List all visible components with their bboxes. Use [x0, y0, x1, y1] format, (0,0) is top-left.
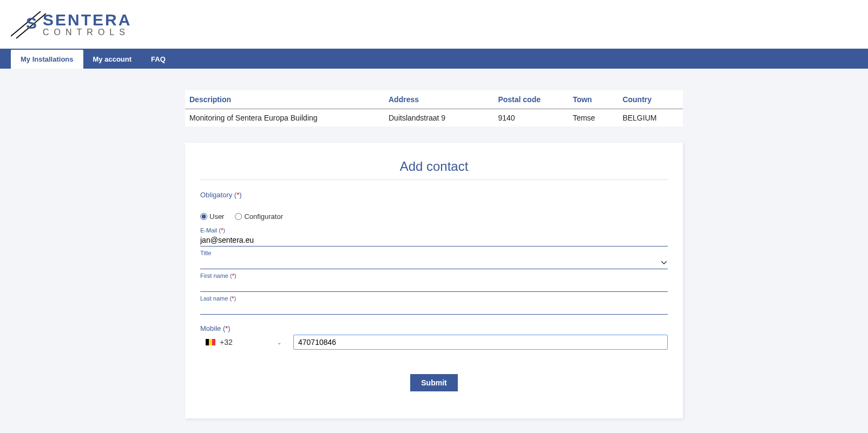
card-title: Add contact — [200, 159, 668, 180]
col-country: Country — [618, 90, 683, 109]
first-name-input[interactable] — [200, 279, 668, 292]
submit-button[interactable]: Submit — [410, 374, 457, 391]
last-name-field: Last name (*) — [200, 295, 668, 315]
chevron-down-icon: ⌄ — [277, 339, 281, 345]
belgium-flag-icon — [206, 339, 215, 345]
last-name-input[interactable] — [200, 302, 668, 315]
mobile-number-input[interactable] — [293, 335, 668, 350]
obligatory-suffix: ) — [239, 191, 241, 199]
main-navbar: My Installations My account FAQ — [0, 49, 868, 69]
mobile-row: +32 ⌄ — [200, 335, 668, 350]
radio-configurator-label: Configurator — [244, 212, 283, 221]
mobile-label: Mobile (*) — [200, 324, 668, 332]
obligatory-note: Obligatory (*) — [200, 191, 668, 199]
col-address: Address — [384, 90, 494, 109]
first-name-label: First name (*) — [200, 272, 668, 279]
radio-user-label: User — [209, 212, 224, 221]
brand-logo: S SENTERA CONTROLS — [11, 8, 131, 41]
radio-user-input[interactable] — [200, 213, 207, 220]
title-select[interactable] — [200, 257, 668, 269]
add-contact-card: Add contact Obligatory (*) User Configur… — [185, 143, 683, 418]
radio-configurator-input[interactable] — [235, 213, 242, 220]
nav-tab-my-installations[interactable]: My Installations — [11, 50, 83, 69]
installation-table: Description Address Postal code Town Cou… — [185, 90, 683, 126]
brand-logo-mark: S — [11, 8, 46, 41]
radio-configurator[interactable]: Configurator — [235, 212, 283, 221]
cell-town: Temse — [568, 109, 618, 127]
cell-address: Duitslandstraat 9 — [384, 109, 494, 127]
email-field: E-Mail (*) — [200, 227, 668, 247]
email-label: E-Mail (*) — [200, 227, 668, 234]
cell-description: Monitoring of Sentera Europa Building — [185, 109, 384, 127]
col-description: Description — [185, 90, 384, 109]
email-input[interactable] — [200, 234, 668, 247]
country-code-picker[interactable]: +32 ⌄ — [200, 335, 287, 350]
last-name-label: Last name (*) — [200, 295, 668, 302]
obligatory-prefix: Obligatory ( — [200, 191, 236, 199]
nav-tab-faq[interactable]: FAQ — [141, 50, 175, 69]
cell-country: BELGIUM — [618, 109, 683, 127]
dial-code: +32 — [220, 338, 233, 347]
brand-name-bottom: CONTROLS — [43, 28, 131, 37]
cell-postal-code: 9140 — [494, 109, 568, 127]
header: S SENTERA CONTROLS — [0, 0, 868, 49]
first-name-field: First name (*) — [200, 272, 668, 292]
role-radio-group: User Configurator — [200, 212, 668, 221]
table-row: Monitoring of Sentera Europa Building Du… — [185, 109, 683, 127]
title-field: Title — [200, 250, 668, 269]
nav-tab-my-account[interactable]: My account — [83, 50, 142, 69]
svg-text:S: S — [26, 14, 37, 32]
radio-user[interactable]: User — [200, 212, 224, 221]
table-header-row: Description Address Postal code Town Cou… — [185, 90, 683, 109]
brand-name-top: SENTERA — [43, 12, 131, 28]
title-label: Title — [200, 250, 668, 256]
col-postal-code: Postal code — [494, 90, 568, 109]
col-town: Town — [568, 90, 618, 109]
page-content: Description Address Postal code Town Cou… — [0, 69, 868, 433]
